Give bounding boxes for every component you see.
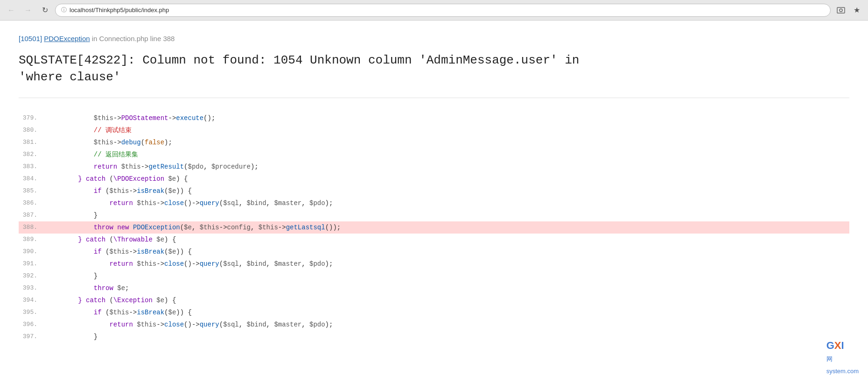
line-content: // 返回结果集: [47, 150, 138, 159]
address-bar[interactable]: ⓘ localhost/Thinkphp5/public/index.php: [55, 4, 831, 17]
svg-rect-0: [837, 7, 845, 13]
code-line-388: 388. throw new PDOException($e, $this->c…: [19, 221, 849, 234]
line-content: throw new PDOException($e, $this->config…: [47, 224, 341, 231]
line-content: return $this->getResult($pdo, $procedure…: [47, 163, 259, 170]
line-content: return $this->close()->query($sql, $bind…: [47, 321, 333, 328]
line-number: 396.: [19, 321, 47, 328]
line-content: if ($this->isBreak($e)) {: [47, 309, 192, 316]
code-line-392: 392. }: [19, 270, 849, 282]
line-number: 389.: [19, 236, 47, 243]
line-content: throw $e;: [47, 284, 129, 292]
bookmark-button[interactable]: ★: [850, 4, 863, 17]
forward-button[interactable]: →: [21, 4, 35, 17]
code-line-390: 390. if ($this->isBreak($e)) {: [19, 246, 849, 258]
error-message-line1: SQLSTATE[42S22]: Column not found: 1054 …: [19, 52, 849, 69]
page-content: [10501] PDOException in Connection.php l…: [0, 21, 868, 383]
code-line-393: 393. throw $e;: [19, 282, 849, 294]
line-content: }: [47, 333, 98, 340]
line-number: 387.: [19, 212, 47, 219]
error-code: [10501]: [19, 35, 42, 43]
refresh-button[interactable]: ↻: [38, 4, 51, 17]
line-content: if ($this->isBreak($e)) {: [47, 248, 192, 255]
line-number: 393.: [19, 284, 47, 291]
line-number: 382.: [19, 151, 47, 158]
line-content: $this->PDOStatement->execute();: [47, 114, 215, 122]
error-message-line2: 'where clause': [19, 69, 849, 85]
error-header: [10501] PDOException in Connection.php l…: [19, 35, 849, 43]
line-content: if ($this->isBreak($e)) {: [47, 187, 192, 195]
back-button[interactable]: ←: [5, 4, 18, 17]
line-content: }: [47, 272, 98, 280]
line-number: 391.: [19, 260, 47, 267]
line-number: 395.: [19, 309, 47, 316]
line-content: } catch (\Exception $e) {: [47, 297, 176, 304]
browser-actions: ★: [834, 4, 863, 17]
watermark: GXI 网system.com: [826, 340, 859, 376]
code-line-391: 391. return $this->close()->query($sql, …: [19, 258, 849, 270]
code-line-386: 386. return $this->close()->query($sql, …: [19, 197, 849, 209]
code-line-396: 396. return $this->close()->query($sql, …: [19, 319, 849, 331]
line-number: 381.: [19, 139, 47, 146]
error-location: in Connection.php line 388: [92, 35, 175, 43]
code-line-380: 380. // 调试结束: [19, 124, 849, 136]
address-text: localhost/Thinkphp5/public/index.php: [70, 7, 169, 14]
line-number: 392.: [19, 272, 47, 279]
line-content: }: [47, 212, 98, 219]
line-number: 385.: [19, 187, 47, 194]
line-number: 390.: [19, 248, 47, 255]
line-content: return $this->close()->query($sql, $bind…: [47, 260, 333, 268]
line-number: 380.: [19, 127, 47, 134]
code-line-384: 384. } catch (\PDOException $e) {: [19, 173, 849, 185]
line-content: return $this->close()->query($sql, $bind…: [47, 199, 333, 207]
line-content: } catch (\Throwable $e) {: [47, 236, 176, 243]
line-content: // 调试结束: [47, 126, 132, 135]
code-line-394: 394. } catch (\Exception $e) {: [19, 294, 849, 306]
code-viewer: 379. $this->PDOStatement->execute(); 380…: [19, 112, 849, 343]
line-number: 379.: [19, 114, 47, 121]
code-line-383: 383. return $this->getResult($pdo, $proc…: [19, 161, 849, 173]
line-content: } catch (\PDOException $e) {: [47, 175, 188, 183]
line-number: 383.: [19, 163, 47, 170]
line-content: $this->debug(false);: [47, 139, 172, 146]
line-number: 388.: [19, 224, 47, 231]
lock-icon: ⓘ: [61, 6, 67, 14]
svg-point-1: [840, 9, 842, 12]
code-line-387: 387. }: [19, 209, 849, 221]
exception-link[interactable]: PDOException: [44, 35, 90, 43]
code-line-397: 397. }: [19, 331, 849, 343]
screenshot-button[interactable]: [834, 4, 847, 17]
code-line-385: 385. if ($this->isBreak($e)) {: [19, 185, 849, 197]
line-number: 386.: [19, 199, 47, 206]
code-line-381: 381. $this->debug(false);: [19, 136, 849, 149]
code-line-382: 382. // 返回结果集: [19, 149, 849, 161]
line-number: 384.: [19, 175, 47, 182]
code-line-379: 379. $this->PDOStatement->execute();: [19, 112, 849, 124]
line-number: 397.: [19, 333, 47, 340]
line-number: 394.: [19, 297, 47, 304]
error-message: SQLSTATE[42S22]: Column not found: 1054 …: [19, 52, 849, 98]
code-line-389: 389. } catch (\Throwable $e) {: [19, 234, 849, 246]
code-line-395: 395. if ($this->isBreak($e)) {: [19, 306, 849, 319]
browser-chrome: ← → ↻ ⓘ localhost/Thinkphp5/public/index…: [0, 0, 868, 21]
